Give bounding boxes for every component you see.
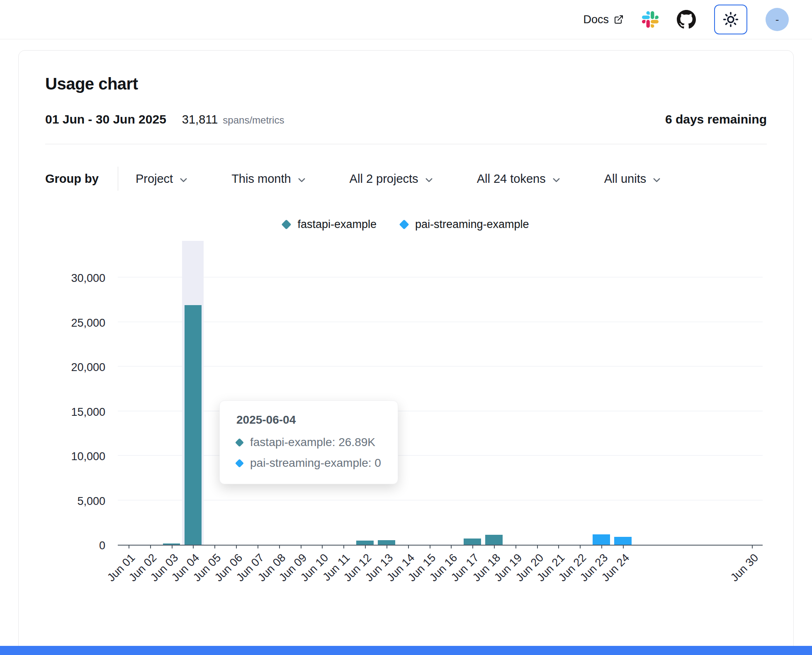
- filter-dropdown-this-month[interactable]: This month: [231, 172, 306, 186]
- day-slot-jun-05[interactable]: Jun 05: [204, 241, 225, 545]
- x-tick: [258, 545, 258, 548]
- docs-label: Docs: [583, 13, 609, 26]
- day-slot-jun-06[interactable]: Jun 06: [225, 241, 247, 545]
- day-slot-jun-11[interactable]: Jun 11: [333, 241, 354, 545]
- x-tick-label: Jun 30: [728, 551, 761, 584]
- legend-label: fastapi-example: [297, 218, 377, 231]
- bar-slots: Jun 01Jun 02Jun 03Jun 04Jun 05Jun 06Jun …: [118, 241, 763, 545]
- x-tick: [623, 545, 624, 548]
- day-slot-jun-10[interactable]: Jun 10: [311, 241, 333, 545]
- filter-bar: Group by ProjectThis monthAll 2 projects…: [45, 167, 767, 191]
- divider: [45, 144, 767, 144]
- legend-item-pai-streaming-example[interactable]: pai-streaming-example: [401, 218, 529, 231]
- day-slot-jun-02[interactable]: Jun 02: [139, 241, 161, 545]
- page-title: Usage chart: [45, 75, 767, 93]
- legend-diamond-icon: [282, 219, 292, 229]
- day-slot-jun-26[interactable]: [655, 241, 677, 545]
- day-slot-jun-17[interactable]: Jun 17: [462, 241, 483, 545]
- x-tick: [172, 545, 173, 548]
- chart-tooltip: 2025-06-04 fastapi-example: 26.89Kpai-st…: [219, 400, 398, 484]
- filter-dropdown-all-24-tokens[interactable]: All 24 tokens: [477, 172, 561, 186]
- dropdown-label: All units: [604, 172, 647, 186]
- day-slot-jun-03[interactable]: Jun 03: [161, 241, 182, 545]
- tooltip-row: fastapi-example: 26.89K: [236, 436, 381, 449]
- day-slot-jun-30[interactable]: Jun 30: [741, 241, 763, 545]
- chevron-down-icon: [297, 175, 306, 184]
- day-slot-jun-28[interactable]: [698, 241, 720, 545]
- day-slot-jun-14[interactable]: Jun 14: [397, 241, 419, 545]
- day-slot-jun-18[interactable]: Jun 18: [483, 241, 505, 545]
- x-tick: [129, 545, 129, 548]
- day-slot-jun-09[interactable]: Jun 09: [290, 241, 311, 545]
- day-slot-jun-12[interactable]: Jun 12: [354, 241, 376, 545]
- day-slot-jun-16[interactable]: Jun 16: [440, 241, 462, 545]
- day-slot-jun-01[interactable]: Jun 01: [118, 241, 139, 545]
- x-tick: [343, 545, 344, 548]
- tooltip-title: 2025-06-04: [236, 413, 381, 427]
- avatar[interactable]: -: [766, 8, 789, 31]
- x-tick: [494, 545, 495, 548]
- dropdown-label: All 24 tokens: [477, 172, 546, 186]
- external-link-icon: [614, 15, 624, 24]
- filter-dropdown-project[interactable]: Project: [136, 172, 188, 186]
- legend-label: pai-streaming-example: [415, 218, 529, 231]
- github-icon[interactable]: [677, 10, 696, 29]
- legend-item-fastapi-example[interactable]: fastapi-example: [283, 218, 377, 231]
- day-slot-jun-27[interactable]: [677, 241, 698, 545]
- bar-fastapi-example: [378, 540, 395, 545]
- sun-icon: [722, 11, 739, 28]
- day-slot-jun-13[interactable]: Jun 13: [376, 241, 397, 545]
- chevron-down-icon: [652, 175, 661, 184]
- day-slot-jun-04[interactable]: Jun 04: [182, 241, 204, 545]
- x-tick: [472, 545, 473, 548]
- chevron-down-icon: [179, 175, 188, 184]
- x-tick: [580, 545, 581, 548]
- x-tick: [322, 545, 323, 548]
- slack-icon[interactable]: [642, 11, 659, 28]
- x-tick: [387, 545, 387, 548]
- bar-fastapi-example: [485, 535, 502, 545]
- filter-dropdown-all-units[interactable]: All units: [604, 172, 662, 186]
- day-slot-jun-08[interactable]: Jun 08: [268, 241, 290, 545]
- chevron-down-icon: [424, 175, 434, 184]
- group-by-label: Group by: [45, 172, 99, 186]
- tooltip-diamond-icon: [235, 458, 244, 467]
- x-tick: [752, 545, 753, 548]
- day-slot-jun-23[interactable]: Jun 23: [591, 241, 612, 545]
- y-tick-label: 5,000: [77, 495, 105, 507]
- x-tick: [451, 545, 452, 548]
- x-tick: [150, 545, 151, 548]
- avatar-label: -: [776, 13, 779, 26]
- docs-link[interactable]: Docs: [583, 13, 624, 26]
- tooltip-row: pai-streaming-example: 0: [236, 456, 381, 470]
- day-slot-jun-21[interactable]: Jun 21: [548, 241, 569, 545]
- x-tick: [430, 545, 430, 548]
- day-slot-jun-22[interactable]: Jun 22: [569, 241, 591, 545]
- x-tick: [301, 545, 301, 548]
- plot-area[interactable]: 2025-06-04 fastapi-example: 26.89Kpai-st…: [118, 241, 763, 546]
- y-tick-label: 25,000: [71, 316, 105, 329]
- x-tick: [365, 545, 366, 548]
- day-slot-jun-15[interactable]: Jun 15: [419, 241, 440, 545]
- x-tick: [408, 545, 409, 548]
- day-slot-jun-24[interactable]: Jun 24: [612, 241, 634, 545]
- day-slot-jun-07[interactable]: Jun 07: [247, 241, 268, 545]
- theme-toggle-button[interactable]: [714, 5, 747, 34]
- days-remaining: 6 days remaining: [665, 112, 767, 126]
- day-slot-jun-25[interactable]: [634, 241, 655, 545]
- day-slot-jun-19[interactable]: Jun 19: [505, 241, 526, 545]
- bar-fastapi-example: [185, 305, 202, 545]
- top-bar: Docs -: [0, 0, 812, 39]
- filter-dropdown-all-2-projects[interactable]: All 2 projects: [350, 172, 434, 186]
- y-tick-label: 15,000: [71, 405, 105, 418]
- tooltip-row-text: pai-streaming-example: 0: [250, 456, 381, 470]
- x-tick: [537, 545, 538, 548]
- x-tick: [193, 545, 194, 548]
- chart-legend: fastapi-examplepai-streaming-example: [45, 218, 767, 231]
- x-tick: [558, 545, 559, 548]
- tooltip-rows: fastapi-example: 26.89Kpai-streaming-exa…: [236, 436, 381, 470]
- y-tick-label: 20,000: [71, 361, 105, 374]
- day-slot-jun-20[interactable]: Jun 20: [526, 241, 548, 545]
- date-range: 01 Jun - 30 Jun 2025: [45, 112, 166, 126]
- day-slot-jun-29[interactable]: [720, 241, 741, 545]
